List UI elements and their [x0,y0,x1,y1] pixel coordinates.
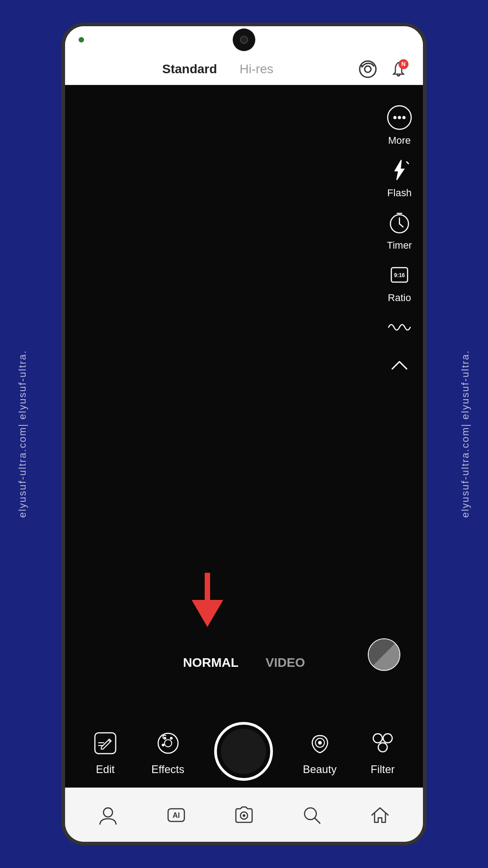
beauty-button[interactable]: Beauty [303,727,337,776]
ai-effect-button[interactable] [385,313,414,342]
beauty-icon [304,727,336,760]
red-arrow-annotation [185,573,230,627]
notification-badge: N [399,59,408,69]
edit-label: Edit [96,763,114,776]
svg-line-36 [314,818,320,823]
filter-icon [366,727,399,760]
status-indicator [79,37,84,42]
nav-search[interactable] [285,797,339,833]
shutter-inner [221,729,266,774]
camera-flip-button[interactable] [357,58,379,80]
svg-point-5 [398,116,401,119]
collapse-button[interactable] [385,351,414,380]
timer-button[interactable]: Timer [385,208,414,251]
mode-normal[interactable]: NORMAL [183,656,239,670]
effects-button[interactable]: Effects [151,727,184,776]
more-button[interactable]: More [385,103,414,146]
svg-marker-7 [395,160,404,180]
watermark-left-text: elyusuf-ultra.com| elyusuf-ultra. [17,350,28,518]
tab-standard[interactable]: Standard [158,60,221,79]
watermark-right-text: elyusuf-ultra.com| elyusuf-ultra. [460,350,471,518]
svg-point-1 [365,66,371,72]
header: Standard Hi-res N [65,53,423,85]
chevron-up-icon [385,351,414,380]
more-label: More [388,135,411,146]
edit-icon [89,727,122,760]
header-icons: N [357,58,409,80]
nav-camera[interactable] [217,797,271,833]
svg-text:AI: AI [173,811,180,819]
flash-button[interactable]: Flash [385,156,414,199]
more-icon [385,103,414,132]
ratio-button[interactable]: 9:16 Ratio [385,260,414,304]
svg-point-4 [394,116,397,119]
svg-text:9:16: 9:16 [394,272,405,278]
svg-point-21 [164,740,172,747]
svg-point-29 [378,743,387,752]
timer-label: Timer [387,240,412,251]
svg-point-6 [403,116,406,119]
flash-label: Flash [387,187,412,199]
nav-profile[interactable] [81,797,135,833]
timer-icon [385,208,414,237]
tab-hires[interactable]: Hi-res [235,60,278,79]
bottom-toolbar: Edit Effects [65,715,423,788]
svg-point-20 [158,733,178,753]
status-bar [65,26,423,53]
svg-point-24 [162,744,164,746]
gallery-thumbnail[interactable] [368,638,400,671]
camera-notch [233,28,255,51]
svg-point-28 [383,734,392,743]
gallery-thumb-image [369,639,399,670]
flash-icon [385,156,414,184]
header-tabs: Standard Hi-res [79,60,357,79]
nav-ai[interactable]: AI [149,797,203,833]
svg-marker-16 [192,600,223,627]
filter-label: Filter [371,763,394,776]
svg-point-26 [318,741,322,745]
ratio-label: Ratio [388,292,411,304]
effects-label: Effects [151,763,184,776]
mode-video[interactable]: VIDEO [266,656,305,670]
svg-point-34 [243,814,245,817]
svg-line-11 [399,224,403,227]
shutter-button[interactable] [214,722,273,781]
ai-effect-icon [385,313,414,342]
edit-button[interactable]: Edit [89,727,122,776]
svg-point-30 [103,808,113,817]
svg-point-23 [170,737,173,740]
camera-notch-inner [240,36,248,44]
phone-frame: Standard Hi-res N [61,23,427,845]
right-controls: More Flash [385,103,414,380]
svg-line-8 [407,162,408,164]
nav-home[interactable] [353,797,407,833]
svg-point-22 [164,737,166,740]
filter-button[interactable]: Filter [366,727,399,776]
notification-bell-button[interactable]: N [388,58,409,80]
ratio-icon: 9:16 [385,260,414,289]
nav-bar: AI [65,788,423,842]
camera-viewport: More Flash [65,85,423,715]
beauty-label: Beauty [303,763,337,776]
svg-point-27 [373,734,382,743]
effects-icon [152,727,184,760]
